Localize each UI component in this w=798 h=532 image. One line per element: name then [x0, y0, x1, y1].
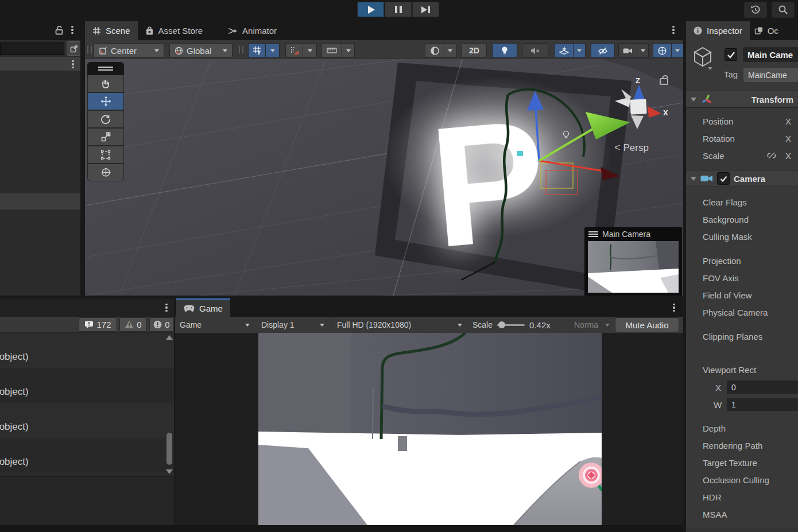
viewport-rect-w-field[interactable]: 1 — [727, 398, 798, 411]
scale-slider-knob[interactable] — [498, 321, 505, 328]
toolbar-drag-handle[interactable] — [87, 46, 92, 53]
display-dropdown[interactable]: Display 1 — [261, 317, 329, 333]
camera-prop-depth[interactable]: Depth — [703, 424, 726, 433]
divider-left[interactable] — [80, 19, 85, 296]
link-off-icon[interactable] — [766, 151, 777, 160]
camera-prop-clear-flags[interactable]: Clear Flags — [703, 197, 747, 207]
scrollbar-down-arrow[interactable] — [166, 469, 173, 474]
scene-visibility-button[interactable] — [591, 43, 615, 58]
scrollbar-thumb[interactable] — [166, 433, 172, 465]
console-log-entry[interactable]: (object) — [0, 333, 174, 368]
position-label[interactable]: Position — [703, 117, 733, 126]
left-panel-header-kebab[interactable] — [69, 60, 77, 69]
scene-lighting-button[interactable] — [492, 43, 517, 58]
left-panel-selected-row[interactable] — [0, 193, 80, 209]
camera-prop-msaa[interactable]: MSAA — [703, 510, 727, 519]
camera-prop-physical-camera[interactable]: Physical Camera — [703, 308, 768, 317]
scene-camera-button[interactable] — [618, 43, 637, 58]
grid-visibility-caret[interactable] — [266, 43, 280, 58]
effects-button[interactable] — [554, 43, 574, 58]
persp-toggle[interactable]: < Persp — [614, 142, 649, 154]
console-kebab[interactable] — [162, 303, 171, 312]
unlock-icon[interactable] — [54, 25, 64, 36]
tag-dropdown[interactable]: MainCame — [743, 68, 798, 82]
step-button[interactable] — [412, 2, 439, 17]
gizmos-caret[interactable] — [672, 43, 684, 58]
tab-inspector[interactable]: Inspector — [686, 21, 750, 40]
camera-header[interactable]: Camera — [686, 170, 798, 187]
foldout-icon[interactable] — [691, 98, 696, 102]
game-target-dropdown[interactable]: Game — [180, 317, 254, 333]
gameobject-name-field[interactable]: Main Came — [743, 47, 798, 62]
gameobject-active-checkbox[interactable] — [725, 48, 737, 61]
scene-panel-kebab[interactable] — [669, 25, 677, 34]
move-tool-button[interactable] — [87, 92, 124, 110]
foldout-icon[interactable] — [691, 177, 696, 181]
left-panel-search-field[interactable] — [0, 42, 64, 55]
transform-header[interactable]: Transform — [686, 91, 798, 108]
shading-mode-button[interactable] — [425, 43, 444, 58]
snap-caret[interactable] — [303, 43, 317, 58]
camera-preview-menu-icon[interactable] — [588, 231, 598, 237]
space-mode-dropdown[interactable]: Global — [169, 43, 233, 58]
toolbar-drag-handle-2[interactable] — [239, 46, 243, 53]
scale-row-label[interactable]: Scale — [703, 151, 725, 161]
camera-prop-clipping-planes[interactable]: Clipping Planes — [703, 332, 762, 341]
tab-game[interactable]: Game — [176, 298, 230, 317]
tab-occlusion[interactable]: Oc — [750, 21, 783, 40]
camera-prop-rendering-path[interactable]: Rendering Path — [703, 441, 762, 451]
tools-drag-handle[interactable] — [87, 62, 124, 75]
scene-viewport[interactable]: P Z X — [85, 59, 686, 296]
grid-visibility-button[interactable] — [248, 43, 266, 58]
scene-camera-caret[interactable] — [637, 43, 649, 58]
pause-button[interactable] — [385, 2, 412, 17]
rect-tool-button[interactable] — [87, 146, 124, 164]
console-scrollbar[interactable] — [165, 334, 174, 476]
console-log-entry[interactable]: (object) — [0, 403, 174, 438]
transform-tool-button[interactable] — [87, 164, 124, 181]
rotation-label[interactable]: Rotation — [703, 134, 735, 143]
tab-animator[interactable]: Animator — [220, 21, 284, 40]
camera-prop-projection[interactable]: Projection — [703, 256, 741, 266]
game-panel-kebab[interactable] — [670, 303, 678, 312]
pivot-mode-dropdown[interactable]: Center — [94, 43, 164, 58]
viewport-rect-x-field[interactable]: 0 — [727, 380, 798, 394]
rotate-tool-button[interactable] — [87, 110, 124, 128]
tab-scene[interactable]: Scene — [85, 21, 138, 40]
viewport-rect-label[interactable]: Viewport Rect — [703, 365, 756, 375]
camera-prop-field-of-view[interactable]: Field of View — [703, 290, 752, 300]
camera-prop-occlusion-culling[interactable]: Occlusion Culling — [703, 475, 769, 485]
search-button[interactable] — [772, 2, 795, 18]
snap-increment-button[interactable] — [321, 43, 342, 58]
play-button[interactable] — [357, 2, 384, 17]
play-mode-dropdown[interactable]: Norma — [574, 317, 612, 333]
hand-tool-button[interactable] — [87, 75, 124, 92]
game-viewport[interactable] — [175, 333, 686, 525]
camera-prop-background[interactable]: Background — [703, 215, 749, 224]
snap-button[interactable] — [285, 43, 303, 58]
console-warning-count-button[interactable]: 0 — [119, 317, 147, 332]
console-log-entry[interactable]: (object) — [0, 438, 174, 472]
resolution-dropdown[interactable]: Full HD (1920x1080) — [332, 317, 467, 333]
camera-prop-hdr[interactable]: HDR — [703, 492, 722, 502]
camera-prop-culling-mask[interactable]: Culling Mask — [703, 232, 752, 242]
scene-audio-button[interactable] — [522, 43, 548, 58]
scrollbar-up-arrow[interactable] — [166, 335, 173, 340]
left-panel-header-row[interactable] — [0, 57, 80, 71]
console-error-count-button[interactable]: 0 — [149, 317, 174, 332]
camera-enabled-checkbox[interactable] — [717, 172, 730, 185]
console-log-entry[interactable]: (object) — [0, 368, 174, 403]
gameobject-cube-icon[interactable] — [691, 44, 715, 71]
camera-preview-panel[interactable]: Main Camera — [584, 227, 682, 296]
undo-history-button[interactable] — [744, 2, 767, 18]
open-external-button[interactable] — [67, 41, 81, 56]
tab-asset-store[interactable]: Asset Store — [138, 21, 211, 40]
shading-mode-caret[interactable] — [444, 43, 456, 58]
effects-caret[interactable] — [574, 43, 586, 58]
camera-prop-fov-axis[interactable]: FOV Axis — [703, 273, 739, 283]
snap-increment-caret[interactable] — [342, 43, 355, 58]
scale-slider[interactable] — [497, 324, 525, 326]
mute-audio-button[interactable]: Mute Audio — [615, 317, 679, 332]
scale-tool-button[interactable] — [87, 128, 124, 146]
left-panel-menu-kebab[interactable] — [68, 25, 76, 34]
